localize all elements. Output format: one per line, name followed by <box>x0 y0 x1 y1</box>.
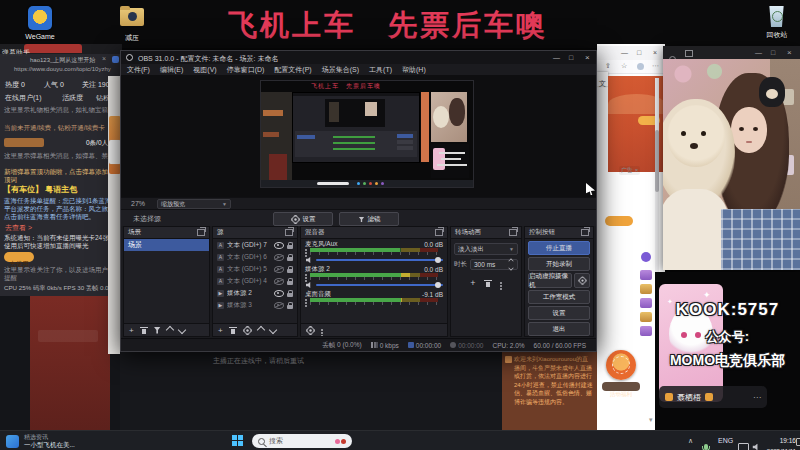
language-indicator[interactable]: ENG <box>718 437 733 444</box>
browser-tab-title[interactable]: hao123_上网从这里开始 <box>30 56 95 65</box>
dock-popout-icon[interactable] <box>509 229 517 236</box>
source-row[interactable]: A 文本 (GDI+) 4 <box>213 275 297 287</box>
advanced-audio-icon[interactable] <box>307 326 314 333</box>
news-widget[interactable]: 精选资讯 一小型飞机在美... <box>6 433 146 449</box>
address-url[interactable]: https://www.douyu.com/topic/10yzhy <box>14 66 111 72</box>
channel-menu-icon[interactable] <box>305 249 307 251</box>
scene-item-selected[interactable]: 场景 <box>124 239 209 251</box>
search-highlight-image[interactable] <box>335 439 346 444</box>
camera-minimize-icon[interactable]: — <box>755 49 762 56</box>
transition-menu-icon[interactable] <box>500 282 502 284</box>
channel-menu-icon[interactable] <box>305 274 307 276</box>
tray-expand-icon[interactable]: ∧ <box>688 437 693 445</box>
virtual-camera-button[interactable]: 启动虚拟摄像机 <box>528 273 572 288</box>
volume-slider[interactable] <box>316 259 443 261</box>
visibility-eye-icon[interactable] <box>274 242 284 249</box>
visibility-eye-off-icon[interactable] <box>274 266 284 273</box>
tray-display-icon[interactable] <box>738 437 749 450</box>
clock[interactable]: 19:16 2025/11/11 <box>762 434 796 450</box>
notification-center-icon[interactable] <box>796 438 800 446</box>
source-up-icon[interactable] <box>256 326 264 334</box>
visibility-eye-off-icon[interactable] <box>274 254 284 261</box>
obs-maximize-icon[interactable]: □ <box>569 54 573 61</box>
menu-view[interactable]: 视图(V) <box>193 65 216 75</box>
add-source-icon[interactable]: + <box>218 326 223 335</box>
remove-transition-icon[interactable] <box>484 279 492 287</box>
rb-minimize-icon[interactable]: — <box>621 49 628 56</box>
mixer-menu-icon[interactable] <box>321 329 323 331</box>
speaker-icon[interactable] <box>306 256 312 262</box>
source-row[interactable]: A 文本 (GDI+) 5 <box>213 263 297 275</box>
profile-avatar-icon[interactable] <box>637 63 644 70</box>
recycle-bin-shortcut[interactable]: 回收站 <box>756 4 798 44</box>
obs-preview[interactable]: 飞机上车 先票后车噢 <box>121 75 596 197</box>
channel-menu-icon[interactable] <box>305 299 307 301</box>
lock-icon[interactable] <box>287 293 293 297</box>
rb-maximize-icon[interactable]: □ <box>637 49 641 56</box>
lock-icon[interactable] <box>287 245 293 249</box>
start-button[interactable] <box>232 435 244 447</box>
share-icon[interactable]: ⇪ <box>605 62 611 70</box>
source-row[interactable]: ▶ 媒体源 3 <box>213 299 297 311</box>
scene-down-icon[interactable] <box>177 326 185 334</box>
studio-mode-button[interactable]: 工作室模式 <box>528 290 590 304</box>
obs-titlebar[interactable]: OBS 31.0.0 - 配置文件: 未命名 - 场景: 未命名 — □ × <box>121 51 596 64</box>
member-card[interactable]: 聂栖梧 ⋯ <box>659 386 767 408</box>
search-box[interactable]: 搜索 <box>252 434 352 448</box>
remove-scene-icon[interactable] <box>140 326 148 334</box>
source-filters-button[interactable]: 滤镜 <box>339 212 399 226</box>
tray-volume-icon[interactable] <box>752 437 760 450</box>
visibility-eye-icon[interactable] <box>274 290 284 297</box>
favorite-star-icon[interactable]: ☆ <box>621 62 627 70</box>
folder-shortcut[interactable]: 减压 <box>112 4 152 42</box>
lock-icon[interactable] <box>287 257 293 261</box>
menu-docks[interactable]: 停靠窗口(D) <box>227 65 265 75</box>
camera-close-icon[interactable]: × <box>787 48 792 57</box>
dock-popout-icon[interactable] <box>197 229 205 236</box>
camera-titlebar[interactable]: — □ × <box>663 46 800 59</box>
menu-help[interactable]: 帮助(H) <box>402 65 426 75</box>
dock-popout-icon[interactable] <box>285 229 293 236</box>
lock-icon[interactable] <box>287 281 293 285</box>
duration-spinbox[interactable]: 300 ms <box>470 259 518 270</box>
tray-mic-icon[interactable] <box>704 436 708 450</box>
activity-float-button[interactable] <box>606 350 636 380</box>
remove-source-icon[interactable] <box>229 326 237 334</box>
lock-icon[interactable] <box>287 269 293 273</box>
stat-active[interactable]: 活跃度 <box>62 93 83 103</box>
add-transition-icon[interactable]: + <box>470 278 475 288</box>
exit-button[interactable]: 退出 <box>528 322 590 336</box>
menu-tools[interactable]: 工具(T) <box>369 65 392 75</box>
menu-profile[interactable]: 配置文件(P) <box>274 65 311 75</box>
add-scene-icon[interactable]: + <box>129 326 134 335</box>
source-down-icon[interactable] <box>268 326 276 334</box>
page-scrollbar-thumb[interactable] <box>655 130 659 192</box>
preview-zoom-dropdown[interactable]: 缩放预览 ▼ <box>157 199 231 209</box>
menu-scene-collection[interactable]: 场景集合(S) <box>322 65 359 75</box>
volume-slider[interactable] <box>316 284 443 286</box>
transition-select[interactable]: 淡入淡出 ▼ <box>454 243 518 255</box>
tab-close-icon[interactable]: × <box>102 55 106 62</box>
virtual-camera-config-button[interactable] <box>574 273 590 288</box>
source-row[interactable]: ▶ 媒体源 2 <box>213 287 297 299</box>
scroll-down-arrow[interactable]: ▾ <box>649 416 653 424</box>
menu-edit[interactable]: 编辑(E) <box>160 65 183 75</box>
scene-filters-icon[interactable] <box>154 327 161 334</box>
settings-button[interactable]: 设置 <box>528 306 590 320</box>
dock-popout-icon[interactable] <box>581 229 589 236</box>
start-recording-button[interactable]: 开始录制 <box>528 257 590 271</box>
use-button[interactable]: 去使用 <box>4 252 34 262</box>
stop-streaming-button[interactable]: 停止直播 <box>528 241 590 255</box>
camera-maximize-icon[interactable]: □ <box>771 49 775 56</box>
scene-up-icon[interactable] <box>165 326 173 334</box>
claim-pill[interactable] <box>605 216 633 226</box>
visibility-eye-off-icon[interactable] <box>274 302 284 309</box>
spinbox-arrows-icon[interactable] <box>508 258 514 271</box>
source-row[interactable]: A 文本 (GDI+) 7 <box>213 239 297 251</box>
obs-close-icon[interactable]: × <box>585 53 590 62</box>
source-settings-button[interactable]: 设置 <box>273 212 333 226</box>
lock-icon[interactable] <box>287 305 293 309</box>
dock-popout-icon[interactable] <box>435 229 443 236</box>
wegame-shortcut[interactable]: WeGame <box>14 4 66 42</box>
camera-pin-icon[interactable] <box>685 50 693 57</box>
